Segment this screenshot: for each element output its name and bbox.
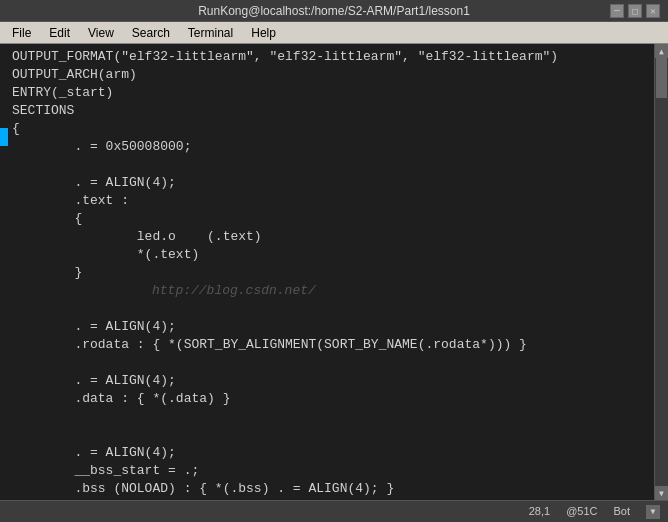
watermark: http://blog.csdn.net/ [12, 282, 654, 300]
maximize-button[interactable]: □ [628, 4, 642, 18]
status-scroll-button[interactable]: ▼ [646, 505, 660, 519]
window-title: RunKong@localhost:/home/S2-ARM/Part1/les… [58, 4, 610, 18]
status-bar: 28,1 @51C Bot ▼ [0, 500, 668, 522]
code-line: . = ALIGN(4); [12, 318, 654, 336]
scrollbar-thumb[interactable] [656, 58, 667, 98]
code-line: OUTPUT_ARCH(arm) [12, 66, 654, 84]
code-line: } [12, 264, 654, 282]
current-line-indicator [0, 128, 8, 146]
code-line: SECTIONS [12, 102, 654, 120]
menu-edit[interactable]: Edit [41, 24, 78, 42]
status-right: 28,1 @51C Bot ▼ [529, 505, 660, 519]
encoding-info: @51C [566, 505, 597, 519]
code-line: { [12, 120, 654, 138]
code-line: __bss_start = .; [12, 462, 654, 480]
code-line [12, 408, 654, 426]
code-line: .bss (NOLOAD) : { *(.bss) . = ALIGN(4); … [12, 480, 654, 498]
code-editor[interactable]: OUTPUT_FORMAT("elf32-littlearm", "elf32-… [8, 44, 654, 500]
code-line: .data : { *(.data) } [12, 390, 654, 408]
window-controls: ─ □ ✕ [610, 4, 660, 18]
scroll-down-button[interactable]: ▼ [655, 486, 669, 500]
code-line: OUTPUT_FORMAT("elf32-littlearm", "elf32-… [12, 48, 654, 66]
title-bar: RunKong@localhost:/home/S2-ARM/Part1/les… [0, 0, 668, 22]
menu-bar: File Edit View Search Terminal Help [0, 22, 668, 44]
code-line: . = 0x50008000; [12, 138, 654, 156]
code-line [12, 426, 654, 444]
code-line: . = ALIGN(4); [12, 372, 654, 390]
menu-file[interactable]: File [4, 24, 39, 42]
code-line: led.o (.text) [12, 228, 654, 246]
vertical-scrollbar[interactable]: ▲ ▼ [654, 44, 668, 500]
close-button[interactable]: ✕ [646, 4, 660, 18]
scrollbar-track [655, 58, 668, 486]
code-line: . = ALIGN(4); [12, 174, 654, 192]
menu-terminal[interactable]: Terminal [180, 24, 241, 42]
minimize-button[interactable]: ─ [610, 4, 624, 18]
code-line: { [12, 210, 654, 228]
scroll-up-button[interactable]: ▲ [655, 44, 669, 58]
code-line: ENTRY(_start) [12, 84, 654, 102]
code-line [12, 156, 654, 174]
editor-container: OUTPUT_FORMAT("elf32-littlearm", "elf32-… [0, 44, 668, 500]
menu-help[interactable]: Help [243, 24, 284, 42]
code-line: .rodata : { *(SORT_BY_ALIGNMENT(SORT_BY_… [12, 336, 654, 354]
left-indicator [0, 44, 8, 500]
code-line [12, 354, 654, 372]
menu-search[interactable]: Search [124, 24, 178, 42]
menu-view[interactable]: View [80, 24, 122, 42]
code-line: *(.text) [12, 246, 654, 264]
code-line: .text : [12, 192, 654, 210]
scroll-mode: Bot [613, 505, 630, 519]
code-line [12, 300, 654, 318]
cursor-position: 28,1 [529, 505, 550, 519]
code-line: . = ALIGN(4); [12, 444, 654, 462]
code-line: _end = .; [12, 498, 654, 500]
